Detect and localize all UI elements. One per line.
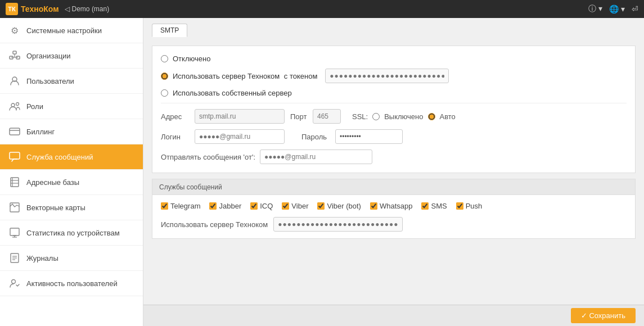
roles-icon <box>8 100 21 112</box>
svg-rect-15 <box>10 203 19 212</box>
login-row: Логин Пароль <box>161 129 627 144</box>
radio-disabled-label: Отключено <box>173 55 210 63</box>
radio-own-row: Использовать собственный сервер <box>161 89 627 97</box>
sidebar-label-user-activity: Активность пользователей <box>26 279 118 288</box>
info-icon[interactable]: ⓘ ▾ <box>588 4 602 14</box>
vector-maps-icon <box>8 201 21 214</box>
ssl-label: SSL: <box>352 112 368 121</box>
settings-icon: ⚙ <box>8 24 21 37</box>
sidebar-label-system-settings: Системные настройки <box>26 26 102 35</box>
checkbox-telegram: Telegram <box>161 202 200 210</box>
port-input[interactable] <box>313 109 341 124</box>
sidebar-item-user-activity[interactable]: Активность пользователей <box>0 271 143 296</box>
user-activity-icon <box>8 277 21 289</box>
content-area: SMTP Отключено Использовать сервер Техно… <box>143 18 644 305</box>
sidebar-item-logs[interactable]: Журналы <box>0 246 143 271</box>
checkbox-telegram-input[interactable] <box>161 202 168 210</box>
svg-rect-10 <box>10 152 20 159</box>
device-stats-icon <box>8 227 21 239</box>
logo-icon: ТК <box>6 3 18 15</box>
token-input[interactable] <box>325 69 449 83</box>
sidebar-item-roles[interactable]: Роли <box>0 94 143 119</box>
login-input[interactable] <box>195 129 285 144</box>
send-from-row: Отправлять сообщения 'от': <box>161 150 627 164</box>
sidebar-item-users[interactable]: Пользователи <box>0 69 143 94</box>
ssl-auto-label: Авто <box>440 112 456 121</box>
services-tab-bar: Службы сообщений <box>152 179 635 195</box>
svg-rect-8 <box>10 128 20 135</box>
sidebar-item-system-settings[interactable]: ⚙ Системные настройки <box>0 18 143 43</box>
logo: ТК ТехноКом <box>6 3 59 15</box>
checkbox-viber-bot-input[interactable] <box>317 202 325 210</box>
telegram-label: Telegram <box>170 202 200 210</box>
logout-icon[interactable]: ⏎ <box>632 4 638 13</box>
password-label: Пароль <box>301 133 330 141</box>
viber-label: Viber <box>291 202 308 210</box>
radio-own[interactable] <box>161 89 168 97</box>
checkbox-jabber-input[interactable] <box>209 202 217 210</box>
radio-technokom-row: Использовать сервер Техноком с токеном <box>161 69 627 83</box>
globe-icon[interactable]: 🌐 ▾ <box>609 4 625 13</box>
checkbox-whatsapp: Whatsapp <box>370 202 413 210</box>
checkbox-viber: Viber <box>282 202 308 210</box>
checkbox-whatsapp-input[interactable] <box>370 202 377 210</box>
checkbox-sms-input[interactable] <box>421 202 429 210</box>
sidebar-item-vector-maps[interactable]: Векторные карты <box>0 195 143 220</box>
radio-disabled[interactable] <box>161 55 168 62</box>
tab-bar: SMTP <box>152 24 636 37</box>
svg-rect-16 <box>10 228 19 236</box>
sidebar: ⚙ Системные настройки Организации Пользо… <box>0 18 143 326</box>
save-button[interactable]: ✓ Сохранить <box>571 308 636 323</box>
radio-ssl-off[interactable] <box>372 113 380 120</box>
sidebar-label-users: Пользователи <box>26 77 74 85</box>
radio-disabled-row: Отключено <box>161 55 627 63</box>
services-section: Службы сообщений Telegram Jabber <box>152 179 636 239</box>
checkbox-icq: ICQ <box>250 202 273 210</box>
radio-technokom-label: Использовать сервер Техноком с токеном <box>173 72 317 80</box>
server-row: Использовать сервер Техноком <box>161 217 627 232</box>
push-label: Push <box>466 202 483 210</box>
jabber-label: Jabber <box>219 202 241 210</box>
users-icon <box>8 75 21 87</box>
sidebar-label-address-books: Адресные базы <box>26 178 79 187</box>
send-from-input[interactable] <box>260 150 372 164</box>
sidebar-label-logs: Журналы <box>26 254 58 262</box>
password-input[interactable] <box>335 129 403 144</box>
logs-icon <box>8 252 21 264</box>
sidebar-item-billing[interactable]: Биллинг <box>0 119 143 144</box>
sidebar-item-device-stats[interactable]: Статистика по устройствам <box>0 220 143 246</box>
server-token-input[interactable] <box>273 217 403 232</box>
sidebar-item-organizations[interactable]: Организации <box>0 43 143 69</box>
sidebar-item-address-books[interactable]: Адресные базы <box>0 170 143 195</box>
checkbox-push: Push <box>456 202 483 210</box>
checkbox-push-input[interactable] <box>456 202 463 210</box>
tab-smtp[interactable]: SMTP <box>152 24 187 37</box>
svg-point-7 <box>16 103 19 106</box>
checkbox-viber-input[interactable] <box>282 202 289 210</box>
services-tab-label: Службы сообщений <box>159 183 222 191</box>
sidebar-item-messaging[interactable]: Служба сообщений <box>0 144 143 170</box>
addr-label: Адрес <box>161 112 189 121</box>
checkbox-viber-bot: Viber (bot) <box>317 202 361 210</box>
radio-own-label: Использовать собственный сервер <box>173 89 292 97</box>
address-books-icon <box>8 176 21 188</box>
checkboxes-row: Telegram Jabber ICQ Viber <box>161 202 627 210</box>
ssl-off-label: Выключено <box>384 112 423 121</box>
svg-point-24 <box>12 280 16 284</box>
checkbox-icq-input[interactable] <box>250 202 258 210</box>
bottom-bar: ✓ Сохранить <box>143 305 644 326</box>
checkbox-jabber: Jabber <box>209 202 241 210</box>
checkbox-sms: SMS <box>421 202 447 210</box>
smtp-section: Отключено Использовать сервер Техноком с… <box>152 46 636 173</box>
whatsapp-label: Whatsapp <box>380 202 413 210</box>
svg-point-6 <box>11 103 15 107</box>
organizations-icon <box>8 49 21 62</box>
radio-ssl-auto[interactable] <box>428 113 435 120</box>
addr-input[interactable] <box>195 109 285 124</box>
send-from-label: Отправлять сообщения 'от': <box>161 153 255 161</box>
radio-technokom[interactable] <box>161 73 168 80</box>
server-technokom-label: Использовать сервер Техноком <box>161 220 268 229</box>
svg-rect-11 <box>11 178 19 187</box>
sidebar-label-messaging: Служба сообщений <box>26 153 93 161</box>
services-content: Telegram Jabber ICQ Viber <box>152 195 635 238</box>
